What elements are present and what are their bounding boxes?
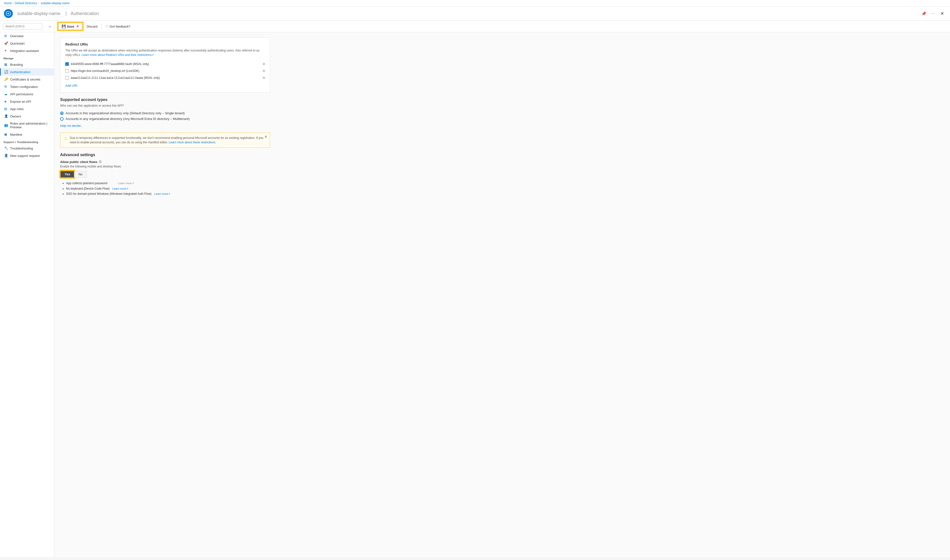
breadcrumb-directory[interactable]: Default Directory	[15, 2, 37, 5]
radio-circle-single	[60, 112, 63, 115]
sidebar-collapse-button[interactable]: «	[49, 25, 51, 28]
sidebar-item-overview[interactable]: ⊞ Overview	[0, 32, 54, 40]
uri-item: https://login.live.com/oauth20_desktop.s…	[65, 68, 265, 74]
sidebar-item-label: Certificates & secrets	[10, 78, 40, 81]
warning-banner: ⚠ Due to temporary differences in suppor…	[60, 132, 270, 148]
content-area: 💾 Save ✕ Discard ♡ Got feedback? Redirec…	[54, 21, 950, 557]
uri-checkbox-2[interactable]	[65, 69, 69, 73]
sidebar-item-support[interactable]: 👤 New support request	[0, 152, 54, 159]
discard-button[interactable]: Discard	[85, 23, 99, 29]
sidebar: « ⊞ Overview 🚀 Quickstart ✦ Integration …	[0, 21, 54, 557]
bullet-text: No keyboard (Device Code Flow)	[66, 187, 109, 190]
save-button[interactable]: 💾 Save ✕	[58, 23, 83, 30]
copy-icon-3[interactable]: ⧉	[263, 76, 265, 80]
owners-icon: 👤	[4, 114, 8, 118]
toggle-no-button[interactable]: No	[74, 171, 87, 178]
sidebar-item-label: Owners	[10, 114, 21, 118]
uri-text-3: aaaa111aa111-1111-11aa-aa1a-1111a11aa111…	[71, 76, 261, 80]
feedback-button[interactable]: ♡ Got feedback?	[103, 23, 132, 29]
sidebar-item-owners[interactable]: 👤 Owners	[0, 112, 54, 120]
puzzle-icon: ✦	[4, 49, 8, 53]
sidebar-item-expose-api[interactable]: ◈ Expose an API	[0, 98, 54, 105]
sidebar-item-troubleshooting[interactable]: 🔧 Troubleshooting	[0, 145, 54, 152]
uri-item: 44445555-eeee-6666-ffff-7777aaaa8888://a…	[65, 61, 265, 68]
redirect-uris-learn-more-link[interactable]: Learn more about Redirect URIs and their…	[82, 53, 154, 57]
radio-label-single: Accounts in this organizational director…	[66, 111, 185, 115]
sidebar-item-integration[interactable]: ✦ Integration assistant	[0, 47, 54, 54]
sidebar-item-token[interactable]: ⚙ Token configuration	[0, 83, 54, 91]
app-logo-icon	[6, 11, 11, 16]
learn-more-label: Learn more↗	[118, 182, 134, 185]
toggle-yes-button[interactable]: Yes	[60, 171, 74, 178]
uri-list: 44445555-eeee-6666-ffff-7777aaaa8888://a…	[65, 61, 265, 81]
device-code-learn-more-link[interactable]: Learn more↗	[113, 187, 128, 190]
sidebar-item-label: New support request	[10, 154, 40, 158]
more-options-button[interactable]: ···	[930, 10, 935, 17]
save-x-icon: ✕	[76, 25, 79, 28]
sidebar-item-label: Manifest	[10, 133, 22, 137]
warning-text: Due to temporary differences in supporte…	[70, 136, 267, 145]
breadcrumb-home[interactable]: Home	[4, 2, 12, 5]
toolbar-divider	[101, 24, 102, 29]
sso-learn-more-link[interactable]: Learn more↗	[154, 192, 170, 195]
sidebar-item-branding[interactable]: ▦ Branding	[0, 61, 54, 68]
radio-single-tenant[interactable]: Accounts in this organizational director…	[60, 110, 270, 116]
copy-icon-1[interactable]: ⧉	[263, 62, 265, 66]
help-me-decide-link[interactable]: Help me decide...	[60, 124, 83, 128]
wrench-icon: 🔧	[4, 146, 8, 150]
main-layout: « ⊞ Overview 🚀 Quickstart ✦ Integration …	[0, 21, 950, 557]
admin-icon: 👥	[4, 123, 8, 127]
page-content: Redirect URIs The URIs we will accept as…	[54, 32, 276, 202]
flow-setting-desc: Enable the following mobile and desktop …	[60, 165, 270, 168]
account-types-title: Supported account types	[60, 97, 270, 102]
grid-icon: ⊞	[4, 34, 8, 38]
sidebar-item-manifest[interactable]: ▣ Manifest	[0, 131, 54, 138]
sidebar-item-quickstart[interactable]: 🚀 Quickstart	[0, 40, 54, 47]
sidebar-item-certificates[interactable]: 🔑 Certificates & secrets	[0, 75, 54, 83]
uri-checkbox-3[interactable]	[65, 76, 69, 80]
sidebar-item-api-permissions[interactable]: ☁ API permissions	[0, 91, 54, 98]
toggle-group: Yes No	[60, 171, 270, 178]
toolbar: 💾 Save ✕ Discard ♡ Got feedback?	[54, 21, 950, 32]
sidebar-item-roles-admin[interactable]: 👥 Roles and administrators | Preview	[0, 120, 54, 131]
uri-text-1: 44445555-eeee-6666-ffff-7777aaaa8888://a…	[71, 62, 261, 66]
breadcrumb: Home › Default Directory › suitable-disp…	[0, 0, 950, 7]
expose-icon: ◈	[4, 100, 8, 103]
radio-label-multi: Accounts in any organizational directory…	[66, 117, 190, 121]
sidebar-item-label: Roles and administrators | Preview	[10, 122, 51, 129]
heart-icon: ♡	[105, 25, 108, 28]
redirect-uris-section: Redirect URIs The URIs we will accept as…	[60, 37, 270, 92]
breadcrumb-app: suitable-display-name	[41, 2, 69, 5]
sidebar-item-authentication[interactable]: 🔄 Authentication	[0, 68, 54, 75]
sidebar-search-area: «	[0, 21, 54, 32]
radio-multi-tenant[interactable]: Accounts in any organizational directory…	[60, 116, 270, 122]
close-button[interactable]: ✕	[938, 10, 946, 17]
flow-bullets-list: App collects plaintext password Learn mo…	[60, 181, 270, 197]
page-title: suitable-display-name |Authentication	[15, 11, 921, 16]
sidebar-item-label: Overview	[10, 34, 23, 38]
sidebar-item-app-roles[interactable]: ▤ App roles	[0, 105, 54, 112]
bullet-item: App collects plaintext password Learn mo…	[66, 181, 270, 186]
warning-icon: ⚠	[64, 136, 67, 141]
app-icon	[4, 9, 13, 18]
advanced-settings-section: Advanced settings Allow public client fl…	[60, 153, 270, 197]
warning-learn-more-link[interactable]: Learn more about these restrictions.	[169, 141, 216, 144]
sidebar-item-label: Troubleshooting	[10, 146, 33, 150]
redirect-uris-description: The URIs we will accept as destinations …	[65, 48, 265, 57]
info-icon: ⓘ	[99, 160, 102, 164]
support-icon: 👤	[4, 154, 8, 158]
bullet-text: SSO for domain-joined Windows (Windows I…	[66, 192, 151, 195]
add-uri-link[interactable]: Add URI	[65, 84, 77, 88]
api-icon: ☁	[4, 92, 8, 96]
search-input[interactable]	[3, 23, 42, 29]
sidebar-item-label: Branding	[10, 63, 23, 66]
support-section-label: Support + Troubleshooting	[0, 138, 54, 145]
pin-button[interactable]: 📌	[921, 10, 927, 17]
uri-checkbox-1[interactable]	[65, 62, 69, 66]
sidebar-item-label: API permissions	[10, 92, 33, 96]
copy-icon-2[interactable]: ⧉	[263, 69, 265, 73]
advanced-settings-title: Advanced settings	[60, 153, 270, 157]
save-floppy-icon: 💾	[62, 25, 66, 28]
warning-close-button[interactable]: ✕	[264, 135, 267, 138]
app-header: suitable-display-name |Authentication 📌 …	[0, 7, 950, 21]
